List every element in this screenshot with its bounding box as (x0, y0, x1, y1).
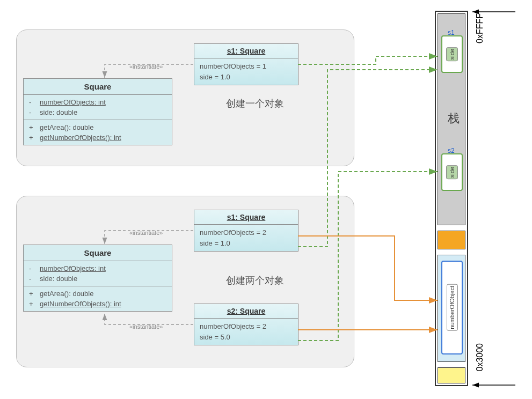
numberofobject-content: numberOfObject (447, 284, 458, 331)
orange-block (438, 231, 465, 249)
side-content: side (446, 165, 458, 179)
memory-column: side s1 side s2 栈 numberOfObject (435, 11, 468, 386)
s2-label: s2 (448, 147, 455, 154)
s1-label: s1 (448, 29, 455, 36)
class-attrs: -numberOfObjects: int -side: double (24, 95, 172, 120)
addr-high: 0xFFFF (475, 13, 485, 43)
class-attrs: -numberOfObjects: int -side: double (24, 261, 172, 286)
uml-object-s1-a: s1: Square numberOfObjects = 1 side = 1.… (194, 43, 298, 85)
uml-object-s1-b: s1: Square numberOfObjects = 2 side = 1.… (194, 210, 298, 252)
static-area: numberOfObject (438, 255, 465, 362)
yellow-block (438, 367, 465, 383)
panel-create-one: Square -numberOfObjects: int -side: doub… (16, 29, 354, 166)
caption-two: 创建两个对象 (226, 274, 284, 287)
class-ops: +getArea(): double +getNumberOfObjects()… (24, 120, 172, 145)
panel-create-two: Square -numberOfObjects: int -side: doub… (16, 196, 354, 367)
class-ops: +getArea(): double +getNumberOfObjects()… (24, 286, 172, 311)
instantiate-label-3: «instantiate» (129, 323, 163, 330)
uml-class-square-2: Square -numberOfObjects: int -side: doub… (23, 245, 172, 312)
instantiate-label-2: «instantiate» (129, 230, 163, 236)
uml-class-square-1: Square -numberOfObjects: int -side: doub… (23, 78, 172, 145)
stack-area: side s1 side s2 栈 (438, 13, 465, 225)
stack-var-s2: side (441, 153, 463, 191)
instantiate-label-1: «instantiate» (129, 63, 163, 70)
caption-one: 创建一个对象 (226, 97, 284, 110)
class-title: Square (24, 245, 172, 261)
class-title: Square (24, 79, 172, 95)
addr-low: 0x3000 (475, 343, 485, 372)
static-var-numberofobject: numberOfObject (441, 261, 463, 354)
side-content: side (446, 47, 458, 61)
uml-object-s2-b: s2: Square numberOfObjects = 2 side = 5.… (194, 304, 298, 345)
stack-var-s1: side (441, 35, 463, 73)
